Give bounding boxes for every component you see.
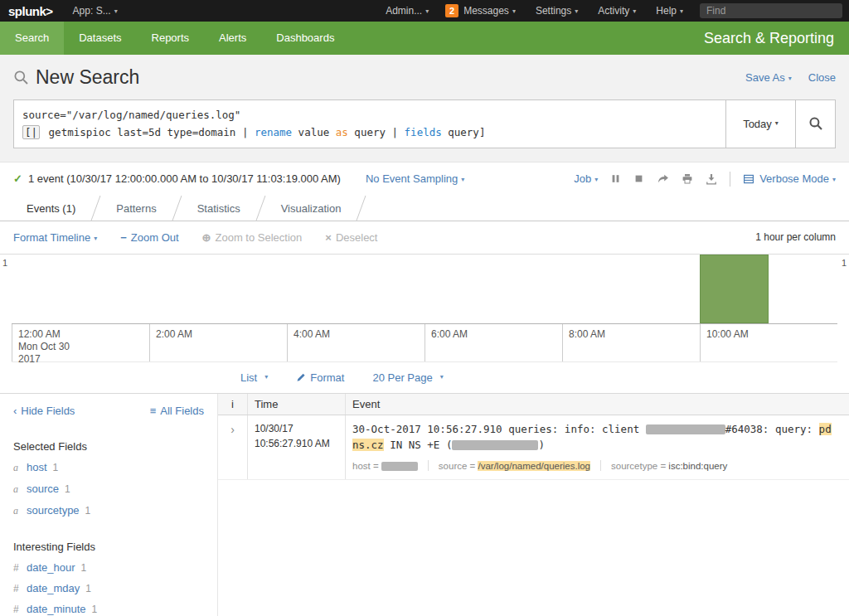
result-count-text: 1 event (10/30/17 12:00:00.000 AM to 10/… [28, 172, 341, 185]
list-view-menu[interactable]: List [240, 371, 268, 384]
time-range-picker[interactable]: Today [726, 99, 796, 148]
redacted-resolver-ip [452, 440, 538, 450]
selected-fields-title: Selected Fields [13, 440, 204, 453]
query-segment: query | [348, 126, 405, 138]
format-timeline-menu[interactable]: Format Timeline [13, 231, 97, 244]
nav-tab-datasets[interactable]: Datasets [64, 22, 136, 55]
nav-tab-dashboards[interactable]: Dashboards [261, 22, 349, 55]
highlighted-term: pd [819, 423, 832, 435]
field-date-mday[interactable]: # date_mday 1 [13, 582, 204, 594]
search-magnifier-icon [808, 116, 823, 131]
event-field-values: host = source = /var/log/named/queries.l… [352, 460, 842, 471]
results-main: Hide Fields All Fields Selected Fields a… [0, 394, 849, 616]
deselect-button[interactable]: ×Deselect [325, 231, 377, 244]
pause-job-icon[interactable] [610, 173, 621, 184]
export-icon[interactable] [706, 173, 717, 185]
top-chrome-bar: splunk> App: S... Admin... 2 Messages Se… [0, 0, 849, 22]
settings-menu[interactable]: Settings [526, 5, 588, 17]
query-keyword-as: as [336, 126, 348, 138]
user-menu[interactable]: Admin... [376, 5, 439, 17]
field-sourcetype[interactable]: a sourcetype 1 [13, 504, 204, 517]
zoom-to-selection-button[interactable]: ⊕Zoom to Selection [202, 231, 303, 244]
messages-menu[interactable]: Messages [458, 5, 526, 17]
search-submit-button[interactable] [796, 99, 836, 148]
field-date-minute[interactable]: # date_minute 1 [13, 603, 204, 615]
zoom-out-button[interactable]: −Zoom Out [120, 231, 178, 244]
column-header-event[interactable]: Event [346, 394, 849, 415]
tab-statistics[interactable]: Statistics [177, 196, 260, 221]
tab-visualization[interactable]: Visualization [261, 196, 361, 221]
timeline-tick-label: 6:00 AM [424, 324, 468, 361]
tab-patterns[interactable]: Patterns [96, 196, 176, 221]
nav-tab-reports[interactable]: Reports [137, 22, 205, 55]
highlighted-term: ns.cz [352, 439, 384, 451]
query-command-fields: fields [405, 126, 442, 138]
print-icon[interactable] [682, 173, 693, 185]
column-header-info[interactable]: i [218, 394, 248, 415]
search-header: New Search Save As Close source="/var/lo… [0, 55, 849, 162]
results-display-controls: List Format 20 Per Page [0, 362, 849, 394]
share-job-icon[interactable] [657, 173, 669, 185]
host-field[interactable]: host = [352, 461, 418, 471]
messages-count-badge: 2 [445, 4, 458, 17]
activity-menu[interactable]: Activity [588, 5, 646, 17]
column-header-time[interactable]: Time [248, 394, 346, 415]
timeline-plot[interactable] [12, 255, 837, 324]
page-title: New Search [36, 66, 139, 89]
event-row: 10/30/17 10:56:27.910 AM 30-Oct-2017 10:… [218, 415, 849, 481]
hide-fields-button[interactable]: Hide Fields [13, 405, 75, 417]
timeline-tick-label: 8:00 AM [562, 324, 605, 361]
tab-events[interactable]: Events (1) [7, 196, 95, 221]
event-cell: 30-Oct-2017 10:56:27.910 queries: info: … [346, 415, 849, 480]
query-line-2: [| getmispioc last=5d type=domain | rena… [22, 124, 717, 141]
zoom-in-icon: ⊕ [202, 231, 211, 244]
save-as-button[interactable]: Save As [745, 71, 792, 84]
per-page-menu[interactable]: 20 Per Page [372, 371, 443, 384]
search-mode-label: Verbose Mode [759, 172, 836, 185]
close-button[interactable]: Close [808, 71, 836, 84]
fields-sidebar: Hide Fields All Fields Selected Fields a… [0, 394, 217, 616]
events-table-header: i Time Event [218, 394, 849, 415]
results-tab-bar: Events (1) Patterns Statistics Visualiza… [0, 196, 849, 221]
app-title: Search & Reporting [704, 22, 849, 55]
field-date-hour[interactable]: # date_hour 1 [13, 561, 204, 574]
sourcetype-field[interactable]: sourcetype = isc:bind:query [611, 461, 727, 471]
redacted-host [381, 462, 418, 471]
help-menu[interactable]: Help [646, 5, 693, 17]
query-text: source="/var/log/named/queries.log" [22, 109, 240, 121]
app-menu[interactable]: App: S... [63, 5, 128, 17]
event-sampling-menu[interactable]: No Event Sampling [366, 172, 464, 185]
redacted-client-ip [646, 424, 725, 434]
field-source[interactable]: a source 1 [13, 483, 204, 496]
query-line-1: source="/var/log/named/queries.log" [22, 106, 717, 124]
splunk-logo[interactable]: splunk> [0, 4, 63, 18]
nav-tab-search[interactable]: Search [0, 22, 64, 55]
source-field[interactable]: source = /var/log/named/queries.log [439, 461, 590, 471]
timeline-y-axis-right: 1 [842, 258, 847, 268]
events-table: i Time Event 10/30/17 10:56:27.910 AM 30… [217, 394, 849, 616]
query-segment: getmispioc last=5d type=domain | [42, 126, 255, 138]
stop-job-icon[interactable] [633, 173, 644, 184]
field-type-icon: # [13, 583, 21, 594]
status-divider [730, 172, 730, 187]
timeline-scale-note: 1 hour per column [755, 231, 836, 243]
field-host[interactable]: a host 1 [13, 461, 204, 474]
expand-row-button[interactable] [218, 415, 248, 480]
field-type-icon: # [13, 562, 21, 574]
job-menu[interactable]: Job [574, 172, 598, 185]
search-mode-menu[interactable]: Verbose Mode [743, 172, 836, 185]
format-results-menu[interactable]: Format [296, 371, 344, 384]
find-input[interactable] [700, 3, 842, 18]
pencil-icon [296, 372, 306, 382]
nav-tab-alerts[interactable]: Alerts [204, 22, 261, 55]
job-status-row: 1 event (10/30/17 12:00:00.000 AM to 10/… [0, 162, 849, 196]
timeline-bar[interactable] [700, 255, 769, 323]
search-query-input[interactable]: source="/var/log/named/queries.log" [| g… [13, 99, 726, 148]
app-nav-bar: Search Datasets Reports Alerts Dashboard… [0, 22, 849, 55]
search-mode-icon [743, 173, 754, 185]
interesting-fields-title: Interesting Fields [13, 541, 204, 553]
all-fields-button[interactable]: All Fields [150, 405, 204, 417]
raw-event-text[interactable]: 30-Oct-2017 10:56:27.910 queries: info: … [352, 421, 842, 454]
timeline-tick-label: 2:00 AM [149, 324, 192, 361]
event-timeline-chart: 1 1 12:00 AMMon Oct 3020172:00 AM4:00 AM… [0, 254, 849, 362]
